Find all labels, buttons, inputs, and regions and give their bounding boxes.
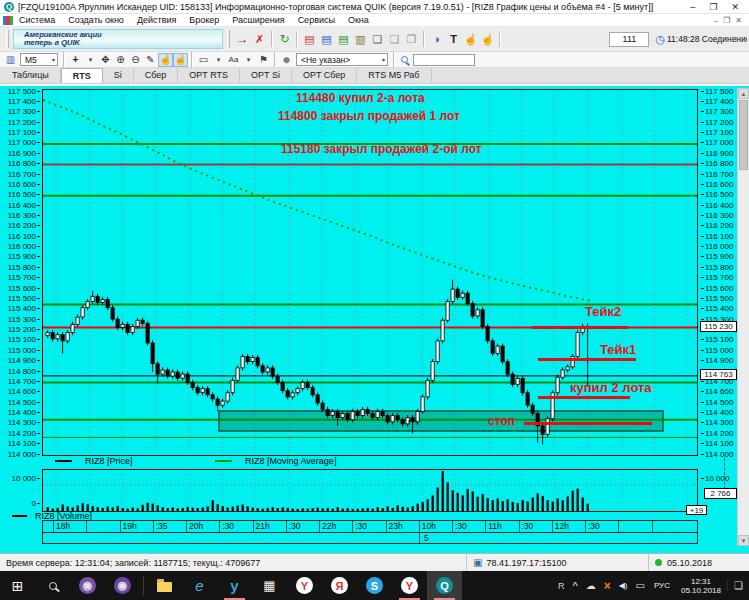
crosshair-add-icon[interactable]: + [68,53,83,67]
tab-rts-m5-раб[interactable]: RTS M5 Раб [357,68,431,83]
menu-item-расширения[interactable]: Расширения [232,15,284,25]
menu-item-окна[interactable]: Окна [348,15,369,25]
current-price-box[interactable]: 114 763 [700,369,737,380]
volume-pane[interactable] [42,469,698,512]
shape-tool-icon[interactable]: ▭ [196,53,211,67]
yandex-browser-icon[interactable]: Я [322,571,357,600]
avast-icon[interactable]: × [600,579,615,593]
search-input[interactable] [413,54,475,66]
blue-y-app-icon[interactable]: y [217,571,252,600]
zoom-in-icon[interactable]: ⊕ [113,53,128,67]
yandex-icon[interactable]: Y [287,571,322,600]
tab-rts[interactable]: RTS [61,68,103,83]
keyboard-layout[interactable]: РУС [649,581,675,590]
mdi-close-button[interactable]: ✕ [735,16,742,25]
remote-access-icon[interactable]: R [554,579,569,593]
quik-taskbar-icon[interactable]: Q [427,571,462,600]
message-counter[interactable]: 111 [609,32,649,47]
pan-tool-icon[interactable]: ✥ [98,53,113,67]
stop-zone[interactable] [219,411,663,431]
mdi-minimize-button[interactable]: – [714,16,718,25]
scrollbar-thumb[interactable] [739,100,748,170]
refresh-data-icon[interactable]: ↻ [276,31,293,48]
maximize-button[interactable]: ❐ [709,2,717,12]
chevron-down-icon-3[interactable]: ▾ [241,53,256,67]
menu-item-система[interactable]: Система [19,15,55,25]
new-chart-window-icon[interactable]: ▤ [301,31,318,48]
client-filter-icon[interactable]: ☻ [279,53,294,67]
internet-explorer-icon[interactable]: e [182,571,217,600]
zoom-out-icon[interactable]: ⊖ [128,53,143,67]
chart-annotation-line[interactable] [538,358,636,361]
tab-таблицы[interactable]: Таблицы [1,68,61,83]
search-icon[interactable] [401,56,408,63]
chart-annotation-text[interactable]: 115180 закрыл продажей 2-ой лот [281,142,482,156]
price-tick-label: 114 800 [0,367,40,376]
find-window-icon[interactable]: ❏ [369,31,386,48]
flag-tool-icon[interactable]: ⚑ [256,53,271,67]
chart-scrollbar[interactable]: ▲ ▼ [737,88,749,546]
anchor-window-icon[interactable]: ▥ [352,31,369,48]
chart-annotation-line[interactable] [524,422,652,425]
duplicate-window-icon[interactable]: ❐ [403,31,420,48]
chevron-down-icon[interactable]: ▾ [83,53,98,67]
taskbar-search-icon[interactable] [35,571,70,600]
chart-annotation-text[interactable]: стоп [488,414,515,428]
app-icon-purple-1[interactable]: ◉ [70,571,105,600]
info-pin-icon[interactable]: ◑ [428,31,445,48]
chart-annotation-text[interactable]: 114480 купил 2-а лота [296,91,425,105]
taskbar-clock[interactable]: 12:31 05.10.2018 [675,577,727,595]
skype-icon[interactable]: S [357,571,392,600]
menu-item-создать-окно[interactable]: Создать окно [68,15,124,25]
close-window-icon[interactable]: ❏ [386,31,403,48]
yandex-icon-2[interactable]: Y [392,571,427,600]
client-select[interactable]: <Не указан>▾ [296,53,388,66]
action-center-icon[interactable]: ❏ [727,580,749,591]
chart-style-icon[interactable]: ▥ [3,53,18,67]
tab-opt-сбер[interactable]: OPT Сбер [292,68,357,83]
text-label-icon[interactable]: T [445,31,462,48]
cancel-all-orders-icon[interactable]: ✗ [251,31,268,48]
chevron-down-icon-2[interactable]: ▾ [211,53,226,67]
chart-annotation-text[interactable]: Тейк2 [585,304,621,319]
alert-price-box[interactable]: 115 230 [700,321,737,332]
start-button[interactable]: ⊞ [0,571,35,600]
menu-item-брокер[interactable]: Брокер [189,15,219,25]
tab-si[interactable]: Si [103,68,134,83]
close-button[interactable]: ✕ [731,2,739,12]
chart-annotation-line[interactable] [538,396,630,399]
tab-opt-rts[interactable]: OPT RTS [178,68,240,83]
display-icon[interactable]: ▭ [631,579,648,593]
tab-сбер[interactable]: Сбер [134,68,179,83]
chart-annotation-line[interactable] [532,326,628,329]
app-icon-purple-2[interactable]: ◉ [105,571,140,600]
draw-pencil-icon[interactable]: ✎ [143,53,158,67]
new-table-window-icon[interactable]: ▤ [335,31,352,48]
timeframe-select[interactable]: M5▾ [20,53,58,66]
hand-cursor-icon-2[interactable]: ☝ [479,31,496,48]
chart-annotation-text[interactable]: 114800 закрыл продажей 1 лот [278,109,460,123]
chart-annotation-text[interactable]: Тейк1 [600,342,636,357]
price-tick-label: 114 900 [0,356,40,365]
text-tool-icon[interactable]: Aa [226,53,241,67]
chart-annotation-text[interactable]: купил 2 лота [570,380,652,395]
volume-icon[interactable]: ◀) [615,579,632,593]
price-tick-label: 117 200 [0,118,40,127]
route-arrow-icon[interactable]: → [234,31,251,48]
file-explorer-icon[interactable] [147,571,182,600]
new-quotes-window-icon[interactable]: ▤ [318,31,335,48]
minimize-button[interactable]: – [690,2,695,12]
mdi-restore-button[interactable]: ❐ [723,16,730,25]
ad-banner[interactable]: Американские акции теперь в QUIK [13,29,223,49]
hand-tool-icon[interactable]: ☝ [158,53,173,67]
scroll-down-icon[interactable]: ▼ [738,535,749,546]
grab-tool-icon[interactable]: ☝ [173,53,188,67]
menu-item-действия[interactable]: Действия [137,15,176,25]
hand-cursor-icon[interactable]: ☝ [462,31,479,48]
calculator-icon[interactable]: ▦ [252,571,287,600]
tab-opt-si[interactable]: OPT Si [240,68,292,83]
scroll-up-icon[interactable]: ▲ [738,88,749,99]
onedrive-icon[interactable]: ☁ [582,579,600,593]
menu-item-сервисы[interactable]: Сервисы [298,15,335,25]
tray-expand-icon[interactable]: ^ [568,579,581,593]
